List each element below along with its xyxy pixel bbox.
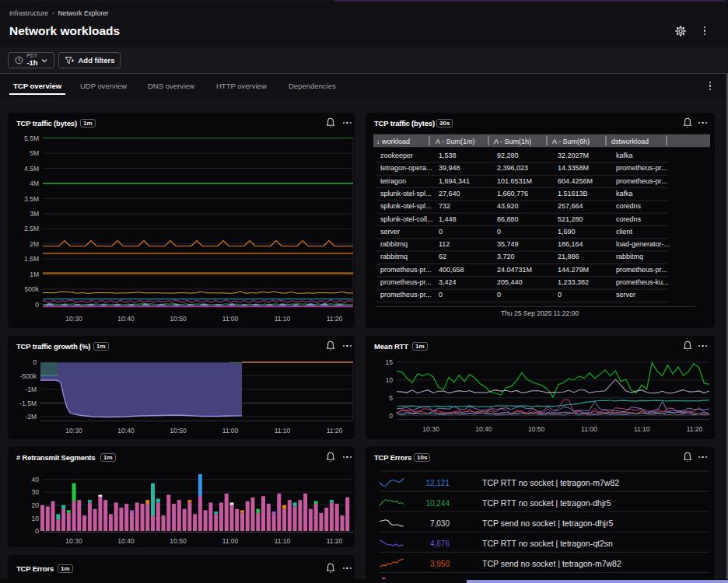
svg-text:-2M: -2M xyxy=(25,413,37,421)
svg-text:A - Sum(6h): A - Sum(6h) xyxy=(552,138,590,145)
svg-text:4.5M: 4.5M xyxy=(24,165,39,173)
svg-text:1.51613B: 1.51613B xyxy=(558,190,588,197)
svg-text:10:40: 10:40 xyxy=(117,315,135,323)
svg-text:1.5M: 1.5M xyxy=(24,255,39,263)
svg-text:rabbitmq: rabbitmq xyxy=(380,253,408,260)
svg-text:86,880: 86,880 xyxy=(497,215,519,223)
svg-text:144.279M: 144.279M xyxy=(558,266,589,274)
svg-text:0: 0 xyxy=(497,228,501,236)
svg-text:coredns: coredns xyxy=(616,215,642,223)
svg-text:rabbitmq: rabbitmq xyxy=(616,253,643,260)
svg-text:5M: 5M xyxy=(30,149,39,157)
svg-text:10,244: 10,244 xyxy=(425,499,450,508)
svg-text:604.4256M: 604.4256M xyxy=(558,177,593,185)
svg-text:splunk-otel-spl...: splunk-otel-spl... xyxy=(380,202,432,210)
svg-text:10:50: 10:50 xyxy=(170,427,187,435)
svg-text:server: server xyxy=(616,291,635,298)
svg-text:7,030: 7,030 xyxy=(430,519,450,528)
svg-text:prometheus-ku...: prometheus-ku... xyxy=(616,278,669,286)
svg-text:10:40: 10:40 xyxy=(117,537,135,545)
svg-text:10:50: 10:50 xyxy=(170,315,187,323)
svg-text:10:50: 10:50 xyxy=(170,537,187,545)
svg-text:zookeeper: zookeeper xyxy=(380,152,413,159)
svg-text:5: 5 xyxy=(389,394,393,402)
svg-text:30: 30 xyxy=(32,488,40,496)
svg-text:39,948: 39,948 xyxy=(439,164,460,172)
svg-text:kafka: kafka xyxy=(616,190,633,197)
svg-text:32.2027M: 32.2027M xyxy=(558,152,589,159)
svg-text:15: 15 xyxy=(386,358,394,366)
svg-text:kafka: kafka xyxy=(616,152,633,159)
svg-text:TCP send no socket | tetragon-: TCP send no socket | tetragon-dhjr5 xyxy=(482,518,613,528)
svg-text:3,720: 3,720 xyxy=(497,253,515,260)
svg-text:A - Sum(1h): A - Sum(1h) xyxy=(494,138,531,145)
svg-text:0: 0 xyxy=(35,301,39,309)
svg-text:prometheus-pr...: prometheus-pr... xyxy=(380,266,432,274)
svg-text:A - Sum(1m): A - Sum(1m) xyxy=(436,138,475,145)
svg-text:40: 40 xyxy=(32,476,40,484)
svg-text:TCP send no socket | tetragon-: TCP send no socket | tetragon-m7w82 xyxy=(482,559,621,568)
svg-text:10:40: 10:40 xyxy=(475,425,492,433)
svg-text:-500k: -500k xyxy=(20,372,37,380)
svg-text:11:10: 11:10 xyxy=(275,537,291,545)
svg-text:11:10: 11:10 xyxy=(275,315,291,323)
svg-text:10:30: 10:30 xyxy=(65,537,82,545)
svg-text:500k: 500k xyxy=(25,285,40,293)
svg-text:0: 0 xyxy=(33,358,37,366)
svg-text:62: 62 xyxy=(439,253,446,260)
svg-text:92,280: 92,280 xyxy=(497,152,519,159)
svg-text:11:20: 11:20 xyxy=(327,315,343,323)
svg-text:5.5M: 5.5M xyxy=(24,134,39,142)
svg-text:11:00: 11:00 xyxy=(222,315,239,323)
svg-text:server: server xyxy=(380,228,400,236)
svg-text:400,658: 400,658 xyxy=(439,266,464,274)
svg-text:11:20: 11:20 xyxy=(327,427,343,435)
svg-text:dstworkload: dstworkload xyxy=(611,138,649,145)
svg-text:TCP RTT no socket | tetragon-m: TCP RTT no socket | tetragon-m7w82 xyxy=(482,478,619,487)
svg-text:rabbitmq: rabbitmq xyxy=(380,240,408,248)
svg-text:1,233,382: 1,233,382 xyxy=(558,278,589,286)
svg-text:11:20: 11:20 xyxy=(687,425,703,433)
svg-text:4,676: 4,676 xyxy=(430,539,450,548)
svg-text:prometheus-pr...: prometheus-pr... xyxy=(380,291,432,298)
svg-text:TCP RTT no socket | tetragon-q: TCP RTT no socket | tetragon-qt2sn xyxy=(482,539,613,548)
svg-text:10:30: 10:30 xyxy=(422,425,439,433)
svg-text:257,664: 257,664 xyxy=(558,202,583,210)
svg-text:10:40: 10:40 xyxy=(117,427,135,435)
svg-text:24.04731M: 24.04731M xyxy=(497,266,532,274)
svg-text:3,424: 3,424 xyxy=(439,278,457,286)
svg-text:112: 112 xyxy=(439,240,450,248)
svg-text:1,660,776: 1,660,776 xyxy=(497,190,528,197)
svg-text:12,121: 12,121 xyxy=(425,479,450,487)
svg-text:3.5M: 3.5M xyxy=(24,195,39,203)
svg-text:20: 20 xyxy=(32,501,40,509)
svg-text:prometheus-pr...: prometheus-pr... xyxy=(616,164,667,172)
svg-text:11:10: 11:10 xyxy=(634,425,650,433)
svg-text:prometheus-pr...: prometheus-pr... xyxy=(380,278,432,286)
svg-text:732: 732 xyxy=(439,202,450,210)
svg-text:10:50: 10:50 xyxy=(528,425,545,433)
svg-text:10:30: 10:30 xyxy=(65,315,82,323)
svg-text:coredns: coredns xyxy=(616,202,642,210)
svg-text:1M: 1M xyxy=(30,271,39,278)
svg-text:1,448: 1,448 xyxy=(439,215,457,223)
svg-text:0: 0 xyxy=(35,527,39,535)
svg-text:1,690: 1,690 xyxy=(558,228,576,236)
svg-text:2.5M: 2.5M xyxy=(24,225,39,232)
svg-text:tetragon-opera...: tetragon-opera... xyxy=(380,164,432,172)
svg-text:load-generator-...: load-generator-... xyxy=(616,240,670,248)
svg-text:tetragon: tetragon xyxy=(380,177,406,185)
svg-text:10: 10 xyxy=(386,376,394,384)
svg-text:3,950: 3,950 xyxy=(430,560,450,568)
svg-text:↓ workload: ↓ workload xyxy=(376,138,410,145)
svg-text:35,749: 35,749 xyxy=(497,240,519,248)
svg-text:-1.5M: -1.5M xyxy=(19,400,37,407)
svg-text:11:10: 11:10 xyxy=(275,427,291,435)
svg-text:TCP RTT no socket | tetragon-d: TCP RTT no socket | tetragon-dhjr5 xyxy=(482,498,611,508)
svg-text:2,396,023: 2,396,023 xyxy=(497,164,528,172)
svg-text:205,440: 205,440 xyxy=(497,278,523,286)
svg-text:43,920: 43,920 xyxy=(497,202,519,210)
svg-text:splunk-otel-spl...: splunk-otel-spl... xyxy=(380,190,432,197)
svg-text:11:00: 11:00 xyxy=(222,427,239,435)
svg-text:0: 0 xyxy=(439,228,443,236)
